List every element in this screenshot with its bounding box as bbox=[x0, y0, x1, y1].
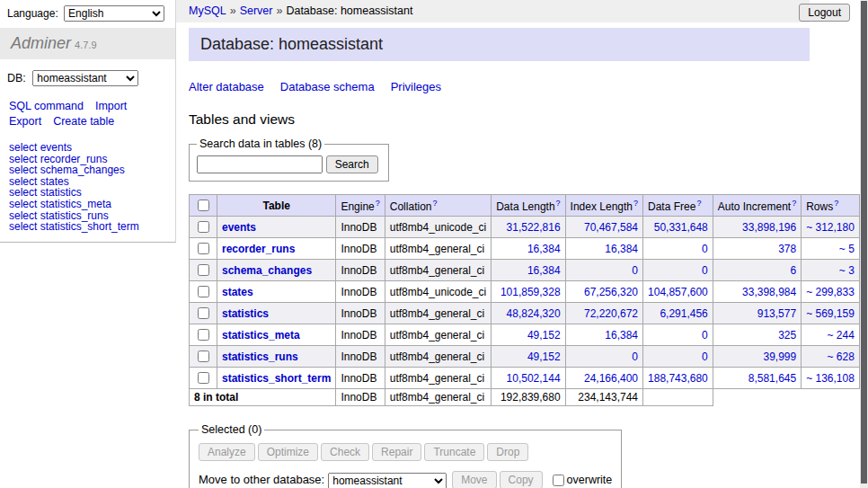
sql-command-link[interactable]: SQL command bbox=[9, 100, 84, 112]
table-name-link[interactable]: statistics_runs bbox=[222, 350, 298, 363]
column-help-link[interactable]: ? bbox=[432, 199, 437, 208]
collation-cell: utf8mb4_general_ci bbox=[385, 368, 491, 389]
collation-cell: utf8mb4_general_ci bbox=[385, 238, 491, 260]
column-help-link[interactable]: ? bbox=[834, 199, 838, 208]
rows-cell: ~ 136,108 bbox=[802, 368, 860, 389]
table-name-link[interactable]: states bbox=[222, 286, 253, 298]
table-name-link[interactable]: events bbox=[222, 221, 256, 234]
row-checkbox-cell bbox=[190, 238, 217, 260]
column-help-link[interactable]: ? bbox=[633, 199, 638, 208]
db-select[interactable]: homeassistant bbox=[32, 70, 138, 86]
sidebar-table-link[interactable]: select schema_changes bbox=[9, 164, 125, 176]
sidebar-table-link-row: select events bbox=[9, 142, 166, 154]
engine-cell: InnoDB bbox=[336, 238, 385, 260]
export-link[interactable]: Export bbox=[9, 115, 41, 128]
data-length-cell: 31,522,816 bbox=[492, 217, 565, 238]
scrollbar-thumb[interactable] bbox=[861, 1, 867, 484]
row-checkbox[interactable] bbox=[198, 243, 209, 254]
row-checkbox[interactable] bbox=[198, 329, 209, 341]
sidebar-table-link[interactable]: select events bbox=[9, 142, 72, 154]
language-select[interactable]: English bbox=[64, 5, 164, 22]
main-content: MySQL»Server»Database: homeassistant Log… bbox=[176, 0, 860, 488]
auto-increment-cell: 325 bbox=[713, 324, 801, 346]
move-button[interactable]: Move bbox=[452, 471, 496, 488]
copy-button[interactable]: Copy bbox=[500, 471, 543, 488]
rows-count-link[interactable]: ~ 244 bbox=[828, 329, 855, 342]
column-header-data-length: Data Length? bbox=[492, 195, 565, 217]
row-checkbox[interactable] bbox=[198, 372, 209, 384]
selected-legend: Selected (0) bbox=[199, 423, 264, 436]
sidebar-table-link[interactable]: select statistics_short_term bbox=[9, 221, 139, 233]
table-name-link[interactable]: statistics_meta bbox=[222, 329, 300, 342]
table-name-link[interactable]: statistics_short_term bbox=[222, 372, 331, 385]
app-logo-bar: Adminer4.7.9 bbox=[0, 28, 175, 59]
row-checkbox[interactable] bbox=[198, 286, 209, 297]
total-data-length-cell: 192,839,680 bbox=[492, 389, 565, 406]
rows-count-link[interactable]: ~ 136,108 bbox=[806, 372, 855, 385]
engine-cell: InnoDB bbox=[336, 281, 385, 303]
sidebar: Language: English Adminer4.7.9 DB: homea… bbox=[0, 0, 176, 243]
index-length-cell: 0 bbox=[565, 260, 642, 281]
table-row: statistics_metaInnoDButf8mb4_general_ci4… bbox=[190, 324, 868, 346]
column-header-label: Table bbox=[262, 200, 289, 212]
column-header-label: Collation bbox=[390, 200, 432, 213]
search-input[interactable] bbox=[197, 155, 323, 173]
rows-cell: ~ 299,833 bbox=[802, 281, 860, 303]
overwrite-label[interactable]: overwrite bbox=[567, 474, 613, 486]
data-length-cell: 101,859,328 bbox=[492, 281, 565, 303]
overwrite-checkbox[interactable] bbox=[553, 475, 564, 486]
bulk-check-button[interactable]: Check bbox=[321, 443, 369, 461]
rows-cell: ~ 244 bbox=[802, 324, 860, 346]
rows-count-link[interactable]: ~ 312,180 bbox=[806, 221, 855, 234]
column-help-link[interactable]: ? bbox=[556, 199, 561, 208]
rows-count-link[interactable]: ~ 299,833 bbox=[806, 286, 855, 298]
row-checkbox[interactable] bbox=[198, 350, 209, 362]
select-all-checkbox[interactable] bbox=[198, 200, 209, 211]
table-name-link[interactable]: statistics bbox=[222, 307, 269, 320]
rows-count-link[interactable]: ~ 569,159 bbox=[806, 307, 855, 320]
alter-database-link[interactable]: Alter database bbox=[189, 80, 264, 93]
rows-count-link[interactable]: ~ 5 bbox=[839, 243, 855, 255]
bulk-optimize-button[interactable]: Optimize bbox=[258, 443, 318, 461]
rows-count-link[interactable]: ~ 628 bbox=[828, 350, 855, 363]
sidebar-table-link[interactable]: select statistics_meta bbox=[9, 199, 111, 210]
database-schema-link[interactable]: Database schema bbox=[280, 80, 375, 93]
rows-cell: ~ 628 bbox=[802, 346, 860, 368]
rows-cell: ~ 312,180 bbox=[802, 217, 860, 238]
total-engine-cell: InnoDB bbox=[336, 389, 385, 406]
bulk-analyze-button[interactable]: Analyze bbox=[199, 443, 255, 461]
row-checkbox[interactable] bbox=[198, 264, 209, 276]
table-name-link[interactable]: recorder_runs bbox=[222, 243, 295, 255]
column-help-link[interactable]: ? bbox=[376, 199, 380, 208]
sidebar-links: SQL commandImport ExportCreate table bbox=[0, 90, 175, 131]
logout-button[interactable]: Logout bbox=[799, 4, 850, 22]
bulk-drop-button[interactable]: Drop bbox=[487, 443, 528, 461]
search-button[interactable]: Search bbox=[326, 155, 378, 173]
row-checkbox-cell bbox=[190, 217, 217, 238]
import-link[interactable]: Import bbox=[95, 100, 127, 112]
vertical-scrollbar[interactable] bbox=[860, 0, 868, 488]
move-database-select[interactable]: homeassistant bbox=[328, 473, 447, 488]
app-name[interactable]: Adminer bbox=[11, 34, 71, 52]
data-free-cell: 50,331,648 bbox=[643, 217, 713, 238]
sidebar-table-link-row: select statistics_meta bbox=[9, 199, 166, 210]
auto-increment-cell: 378 bbox=[713, 238, 801, 260]
breadcrumb-mysql-link[interactable]: MySQL bbox=[189, 4, 226, 17]
bulk-repair-button[interactable]: Repair bbox=[372, 443, 421, 461]
rows-count-link[interactable]: ~ 3 bbox=[839, 264, 855, 277]
row-checkbox[interactable] bbox=[198, 307, 209, 319]
column-help-link[interactable]: ? bbox=[696, 199, 701, 208]
breadcrumb-server-link[interactable]: Server bbox=[240, 4, 273, 17]
privileges-link[interactable]: Privileges bbox=[391, 80, 441, 93]
row-checkbox[interactable] bbox=[198, 221, 209, 233]
create-table-link[interactable]: Create table bbox=[53, 115, 114, 128]
table-name-link[interactable]: schema_changes bbox=[222, 264, 312, 277]
table-name-cell: schema_changes bbox=[217, 260, 336, 281]
row-checkbox-cell bbox=[190, 346, 217, 368]
column-header-label: Index Length bbox=[571, 200, 633, 213]
bulk-truncate-button[interactable]: Truncate bbox=[424, 443, 484, 461]
column-help-link[interactable]: ? bbox=[792, 199, 796, 208]
index-length-cell: 16,384 bbox=[565, 238, 642, 260]
engine-cell: InnoDB bbox=[336, 217, 385, 238]
table-row: recorder_runsInnoDButf8mb4_general_ci16,… bbox=[190, 238, 868, 260]
